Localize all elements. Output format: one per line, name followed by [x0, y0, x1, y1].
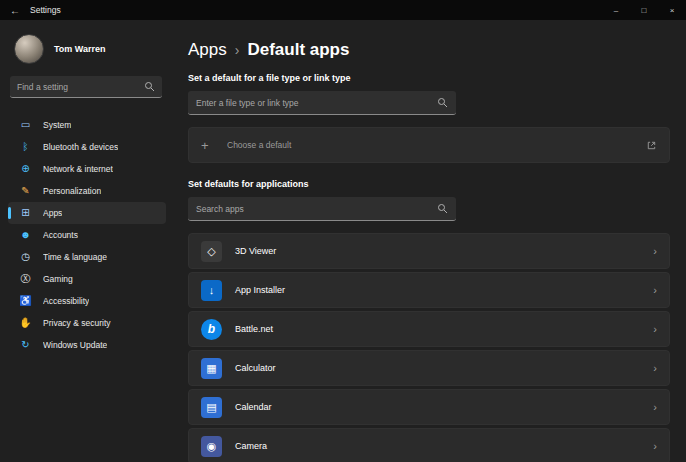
- globe-icon: ⊕: [19, 164, 32, 174]
- app-row-app-installer[interactable]: ↓ App Installer ›: [188, 272, 670, 308]
- file-type-input[interactable]: [196, 98, 437, 108]
- app-name: 3D Viewer: [235, 246, 276, 256]
- chevron-right-icon: ›: [653, 401, 657, 413]
- user-profile[interactable]: Tom Warren: [8, 30, 166, 76]
- chevron-right-icon: ›: [653, 284, 657, 296]
- sidebar-item-label: Gaming: [43, 274, 73, 284]
- apps-grid-icon: ⊞: [19, 208, 32, 218]
- app-installer-icon: ↓: [201, 280, 222, 301]
- sidebar-item-label: Apps: [43, 208, 62, 218]
- sidebar-item-personalization[interactable]: ✎ Personalization: [8, 180, 166, 202]
- search-icon: [437, 203, 448, 214]
- camera-icon: ◉: [201, 436, 222, 457]
- choose-default-row[interactable]: + Choose a default: [188, 127, 670, 163]
- sidebar-item-label: Accessibility: [43, 296, 89, 306]
- sidebar-item-gaming[interactable]: Ⓧ Gaming: [8, 268, 166, 290]
- file-type-searchbox: [188, 91, 456, 115]
- minimize-button[interactable]: –: [602, 0, 630, 20]
- plus-icon: +: [201, 138, 227, 153]
- sidebar-item-label: Privacy & security: [43, 318, 111, 328]
- file-type-section-heading: Set a default for a file type or link ty…: [188, 73, 670, 83]
- sidebar-item-time-language[interactable]: ◷ Time & language: [8, 246, 166, 268]
- chevron-right-icon: ›: [653, 245, 657, 257]
- sidebar-item-label: Bluetooth & devices: [43, 142, 118, 152]
- app-row-camera[interactable]: ◉ Camera ›: [188, 428, 670, 462]
- sidebar-item-label: Accounts: [43, 230, 78, 240]
- app-row-calendar[interactable]: ▤ Calendar ›: [188, 389, 670, 425]
- app-name: Calendar: [235, 402, 272, 412]
- search-input[interactable]: [17, 82, 144, 92]
- app-name: App Installer: [235, 285, 285, 295]
- sidebar-item-bluetooth-devices[interactable]: ᛒ Bluetooth & devices: [8, 136, 166, 158]
- app-name: Calculator: [235, 363, 276, 373]
- calculator-icon: ▦: [201, 358, 222, 379]
- bluetooth-icon: ᛒ: [19, 142, 32, 152]
- app-body: Tom Warren ▭ System ᛒ Bluetooth & device…: [0, 20, 686, 462]
- back-icon[interactable]: ←: [10, 5, 20, 16]
- search-apps-input[interactable]: [196, 204, 437, 214]
- app-name: Battle.net: [235, 324, 273, 334]
- search-icon: [437, 97, 448, 108]
- window-controls: – □ ×: [602, 0, 686, 20]
- clock-icon: ◷: [19, 252, 32, 262]
- user-name: Tom Warren: [54, 44, 106, 54]
- sidebar-nav: ▭ System ᛒ Bluetooth & devices ⊕ Network…: [8, 114, 166, 356]
- maximize-button[interactable]: □: [630, 0, 658, 20]
- breadcrumb-apps[interactable]: Apps: [188, 40, 227, 60]
- open-external-icon: [646, 140, 657, 151]
- sidebar-item-label: Windows Update: [43, 340, 107, 350]
- app-row-calculator[interactable]: ▦ Calculator ›: [188, 350, 670, 386]
- app-name: Camera: [235, 441, 267, 451]
- accessibility-icon: ♿: [19, 296, 32, 306]
- sidebar: Tom Warren ▭ System ᛒ Bluetooth & device…: [0, 20, 172, 462]
- sidebar-item-label: Network & internet: [43, 164, 113, 174]
- settings-window: ← Settings – □ × Tom Warren: [0, 0, 686, 462]
- close-button[interactable]: ×: [658, 0, 686, 20]
- search-icon: [144, 81, 155, 92]
- chevron-right-icon: ›: [653, 362, 657, 374]
- sidebar-item-label: Time & language: [43, 252, 107, 262]
- titlebar: ← Settings – □ ×: [0, 0, 686, 20]
- search-apps-box: [188, 197, 456, 221]
- calendar-icon: ▤: [201, 397, 222, 418]
- sidebar-item-apps[interactable]: ⊞ Apps: [8, 202, 166, 224]
- sidebar-item-label: System: [43, 120, 71, 130]
- sidebar-item-accessibility[interactable]: ♿ Accessibility: [8, 290, 166, 312]
- apps-section-heading: Set defaults for applications: [188, 179, 670, 189]
- sidebar-item-accounts[interactable]: ☻ Accounts: [8, 224, 166, 246]
- person-icon: ☻: [19, 230, 32, 240]
- app-row-3d-viewer[interactable]: ◇ 3D Viewer ›: [188, 233, 670, 269]
- breadcrumb: Apps › Default apps: [188, 40, 670, 60]
- page-title: Default apps: [247, 40, 349, 60]
- sidebar-item-privacy-security[interactable]: ✋ Privacy & security: [8, 312, 166, 334]
- apps-list: ◇ 3D Viewer › ↓ App Installer › b Battle…: [188, 233, 670, 462]
- find-a-setting-searchbox: [10, 76, 162, 98]
- window-title: Settings: [30, 5, 61, 15]
- chevron-right-icon: ›: [653, 440, 657, 452]
- sidebar-item-system[interactable]: ▭ System: [8, 114, 166, 136]
- xbox-icon: Ⓧ: [19, 274, 32, 284]
- sidebar-item-network-internet[interactable]: ⊕ Network & internet: [8, 158, 166, 180]
- hand-icon: ✋: [19, 318, 32, 328]
- battle-net-icon: b: [201, 319, 222, 340]
- avatar[interactable]: [14, 34, 44, 64]
- app-row-battle-net[interactable]: b Battle.net ›: [188, 311, 670, 347]
- sidebar-item-windows-update[interactable]: ↻ Windows Update: [8, 334, 166, 356]
- chevron-right-icon: ›: [653, 323, 657, 335]
- choose-default-label: Choose a default: [227, 140, 291, 150]
- update-arrows-icon: ↻: [19, 340, 32, 350]
- sidebar-item-label: Personalization: [43, 186, 101, 196]
- breadcrumb-separator: ›: [235, 42, 240, 58]
- titlebar-left: ← Settings: [0, 5, 61, 16]
- 3d-viewer-icon: ◇: [201, 241, 222, 262]
- main-content: Apps › Default apps Set a default for a …: [172, 20, 686, 462]
- system-icon: ▭: [19, 120, 32, 130]
- brush-icon: ✎: [19, 186, 32, 196]
